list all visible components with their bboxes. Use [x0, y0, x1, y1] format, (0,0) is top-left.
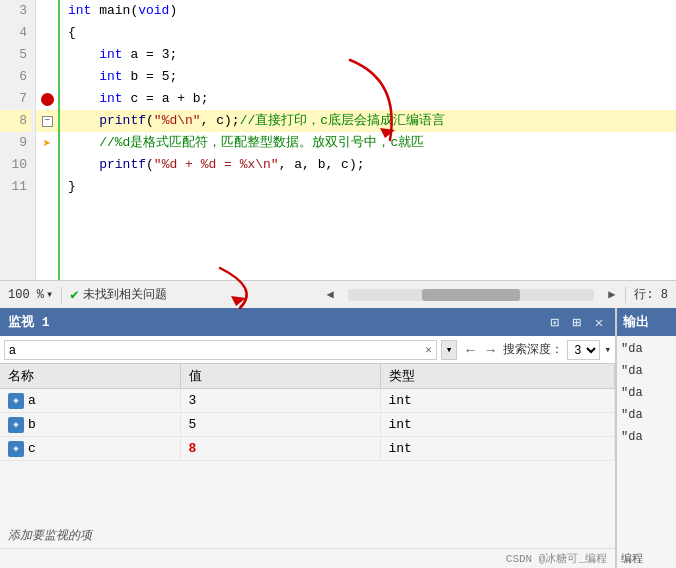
code-editor: 3 4 5 6 7 8 9 10 11: [0, 0, 676, 280]
var-type-c: int: [380, 437, 615, 461]
var-icon-b: ◈: [8, 417, 24, 433]
output-line-2: "da: [621, 360, 672, 382]
scroll-right-arrow[interactable]: ▶: [606, 287, 617, 302]
watch-search-input[interactable]: [9, 343, 425, 357]
watch-search-bar: ✕ ▾ ← → 搜索深度： 3 1 2 4 5 ▾: [0, 336, 615, 364]
scroll-track[interactable]: [348, 289, 594, 301]
var-value-a: 3: [180, 389, 380, 413]
row-indicator: 行: 8: [634, 286, 668, 303]
scroll-left-arrow[interactable]: ◀: [325, 287, 336, 302]
gutter-6: [36, 66, 58, 88]
code-line-5: int a = 3;: [60, 44, 676, 66]
code-line-3: int main(void): [60, 0, 676, 22]
watch-title-bar: 监视 1 ⊡ ⊞ ✕: [0, 308, 615, 336]
gutter-8: −: [36, 110, 58, 132]
gutter-7: [36, 88, 58, 110]
scroll-thumb: [422, 289, 521, 301]
watch-panel-title: 监视 1: [8, 313, 543, 331]
code-line-9: //%d是格式匹配符，匹配整型数据。放双引号中，c就匹: [60, 132, 676, 154]
collapse-icon[interactable]: −: [42, 116, 53, 127]
editor-gutter: − ➤: [36, 0, 60, 280]
line-num-7: 7: [0, 88, 31, 110]
table-row[interactable]: ◈b 5 int: [0, 413, 615, 437]
gutter-9: ➤: [36, 132, 58, 154]
var-name-b: ◈b: [0, 413, 180, 437]
col-header-type: 类型: [380, 364, 615, 389]
zoom-dropdown-icon[interactable]: ▾: [46, 287, 53, 302]
check-text: 未找到相关问题: [83, 286, 167, 303]
var-icon-a: ◈: [8, 393, 24, 409]
close-panel-icon[interactable]: ✕: [591, 314, 607, 331]
output-line-1: "da: [621, 338, 672, 360]
depth-select[interactable]: 3 1 2 4 5: [567, 340, 600, 360]
panel-icons: ⊡ ⊞ ✕: [547, 314, 607, 331]
var-value-c: 8: [180, 437, 380, 461]
status-check: ✔ 未找到相关问题: [70, 286, 316, 303]
output-line-3: "da: [621, 382, 672, 404]
nav-arrows: ← →: [461, 342, 499, 358]
add-watch-row[interactable]: 添加要监视的项: [0, 523, 615, 548]
code-content: int main(void) { int a = 3; int b = 5; i…: [60, 0, 676, 280]
output-panel: 输出 "da "da "da "da "da 编程: [616, 308, 676, 568]
var-name-a: ◈a: [0, 389, 180, 413]
search-input-wrap[interactable]: ✕: [4, 340, 437, 360]
code-line-11: }: [60, 176, 676, 198]
float-icon[interactable]: ⊞: [569, 314, 585, 331]
line-num-10: 10: [0, 154, 31, 176]
output-line-5: "da: [621, 426, 672, 448]
bottom-panel: 监视 1 ⊡ ⊞ ✕ ✕ ▾ ← → 搜索深度： 3 1 2 4: [0, 308, 676, 568]
check-icon: ✔: [70, 286, 78, 303]
watermark: CSDN @冰糖可_编程: [0, 548, 615, 568]
search-clear-icon[interactable]: ✕: [425, 343, 432, 356]
var-name-c: ◈c: [0, 437, 180, 461]
line-num-11: 11: [0, 176, 31, 198]
watch-table: 名称 值 类型 ◈a 3 int ◈b: [0, 364, 615, 523]
output-bottom: 编程: [617, 549, 676, 568]
var-type-b: int: [380, 413, 615, 437]
table-row[interactable]: ◈a 3 int: [0, 389, 615, 413]
depth-dropdown-icon: ▾: [604, 343, 611, 356]
code-line-8: printf("%d\n", c);//直接打印，c底层会搞成汇编语言: [60, 110, 676, 132]
line-num-6: 6: [0, 66, 31, 88]
gutter-3: [36, 0, 58, 22]
table-header-row: 名称 值 类型: [0, 364, 615, 389]
code-line-10: printf("%d + %d = %x\n", a, b, c);: [60, 154, 676, 176]
code-line-4: {: [60, 22, 676, 44]
line-num-9: 9: [0, 132, 31, 154]
nav-forward-button[interactable]: →: [481, 342, 499, 358]
output-title-bar: 输出: [617, 308, 676, 336]
var-value-b: 5: [180, 413, 380, 437]
table-row[interactable]: ◈c 8 int: [0, 437, 615, 461]
code-line-7: int c = a + b;: [60, 88, 676, 110]
line-numbers: 3 4 5 6 7 8 9 10 11: [0, 0, 36, 280]
output-line-4: "da: [621, 404, 672, 426]
zoom-control[interactable]: 100 % ▾: [8, 287, 53, 302]
gutter-10: [36, 154, 58, 176]
line-num-3: 3: [0, 0, 31, 22]
var-type-a: int: [380, 389, 615, 413]
status-bar: 100 % ▾ ✔ 未找到相关问题 ◀ ▶ 行: 8: [0, 280, 676, 308]
output-content: "da "da "da "da "da: [617, 336, 676, 549]
output-title: 输出: [623, 313, 649, 331]
search-dropdown-button[interactable]: ▾: [441, 340, 458, 360]
gutter-5: [36, 44, 58, 66]
line-num-8: 8: [0, 110, 31, 132]
gutter-4: [36, 22, 58, 44]
zoom-value: 100 %: [8, 288, 44, 302]
col-header-value: 值: [180, 364, 380, 389]
add-watch-label: 添加要监视的项: [8, 529, 92, 543]
watch-panel: 监视 1 ⊡ ⊞ ✕ ✕ ▾ ← → 搜索深度： 3 1 2 4: [0, 308, 616, 568]
nav-back-button[interactable]: ←: [461, 342, 479, 358]
var-icon-c: ◈: [8, 441, 24, 457]
line-num-5: 5: [0, 44, 31, 66]
pin-icon[interactable]: ⊡: [547, 314, 563, 331]
depth-label: 搜索深度：: [503, 341, 563, 358]
line-num-4: 4: [0, 22, 31, 44]
code-line-6: int b = 5;: [60, 66, 676, 88]
col-header-name: 名称: [0, 364, 180, 389]
gutter-11: [36, 176, 58, 198]
